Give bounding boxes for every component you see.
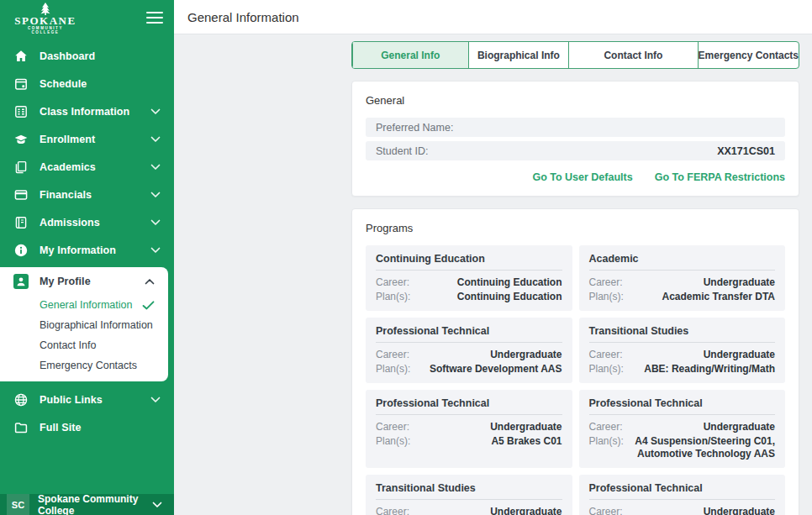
book-icon [13,215,29,230]
career-value: Continuing Education [457,276,562,289]
plan-label: Plan(s): [589,291,624,303]
profile-tabs: General InfoBiographical InfoContact Inf… [351,41,799,69]
program-tile: Transitional Studies Career: Undergradua… [579,318,786,383]
sidebar-item-class-information[interactable]: Class Information [0,97,174,125]
school-logo[interactable]: SPOKANE COMMUNITY COLLEGE [10,3,81,34]
program-tile: Continuing Education Career: Continuing … [366,245,572,311]
career-label: Career: [589,506,623,515]
my-profile-label: My Profile [40,276,134,287]
sidebar-item-schedule[interactable]: Schedule [0,70,174,97]
sidebar-item-admissions[interactable]: Admissions [0,208,174,236]
main-area: General Information General InfoBiograph… [174,0,812,515]
general-card-title: General [366,94,785,107]
plan-label: Plan(s): [376,435,410,448]
class-icon [13,104,29,119]
plan-value: Software Development AAS [430,363,562,376]
general-card: General Preferred Name: Student ID: XX17… [351,81,799,197]
content-area: General InfoBiographical InfoContact Inf… [174,34,812,515]
sidebar-item-full-site[interactable]: Full Site [0,413,174,441]
ferpa-restrictions-link[interactable]: Go To FERPA Restrictions [655,171,785,183]
institution-name: Spokane Community College [38,493,152,515]
tab-contact-info[interactable]: Contact Info [568,42,697,68]
sidebar-item-my-profile[interactable]: My Profile [0,267,168,295]
plan-value: ABE: Reading/Writing/Math [644,363,775,376]
folder-icon [13,420,29,435]
career-value: Undergraduate [704,421,775,434]
program-tile: Transitional Studies Career: Undergradua… [366,475,572,515]
calendar-icon [13,76,29,92]
sidebar-item-financials[interactable]: Financials [0,181,174,208]
program-tile: Professional Technical Career: Undergrad… [579,475,786,515]
career-value: Undergraduate [704,349,775,361]
tab-emergency-contacts[interactable]: Emergency Contacts [698,42,799,68]
pages-icon [13,160,29,175]
program-tile: Academic Career: Undergraduate Plan(s): … [579,245,786,311]
profile-submenu-item-biographical-information[interactable]: Biographical Information [0,315,168,335]
tab-general-info[interactable]: General Info [352,42,468,68]
chevron-down-icon [150,397,161,403]
sidebar-item-my-information[interactable]: My Information [0,236,174,264]
career-label: Career: [376,421,409,434]
career-value: Undergraduate [490,349,562,361]
programs-card-title: Programs [366,222,785,234]
user-defaults-link[interactable]: Go To User Defaults [532,171,632,183]
profile-icon [13,274,29,289]
program-tile: Professional Technical Career: Undergrad… [366,390,572,468]
field-row: Preferred Name: [366,118,785,137]
sidebar-item-dashboard[interactable]: Dashboard [0,42,174,70]
career-value: Undergraduate [704,506,775,515]
sidebar-nav: Dashboard Schedule Class Information Enr… [0,42,174,264]
programs-grid: Continuing Education Career: Continuing … [366,245,785,515]
plan-label: Plan(s): [589,363,624,376]
check-icon [142,301,155,310]
career-value: Undergraduate [490,421,562,434]
chevron-down-icon [150,219,161,226]
brand-name: SPOKANE [10,15,81,26]
chevron-down-icon [150,108,161,115]
hamburger-menu-icon[interactable] [146,8,163,27]
career-value: Undergraduate [704,276,775,289]
plan-label: Plan(s): [376,291,410,303]
globe-icon [13,392,29,407]
sidebar-header: SPOKANE COMMUNITY COLLEGE [0,0,174,42]
plan-value: A4 Suspension/Steering C01, Automotive T… [634,435,775,460]
institution-switcher[interactable]: SC Spokane Community College [0,494,174,515]
program-tile: Professional Technical Career: Undergrad… [366,318,572,383]
pine-tree-icon [39,3,52,15]
plan-label: Plan(s): [589,435,624,460]
career-value: Undergraduate [490,506,562,515]
home-icon [13,49,29,64]
tab-biographical-info[interactable]: Biographical Info [468,42,569,68]
profile-submenu-item-general-information[interactable]: General Information [0,295,168,315]
plan-value: Academic Transfer DTA [662,291,776,303]
career-label: Career: [376,276,409,289]
career-label: Career: [589,349,623,361]
plan-value: Continuing Education [457,291,562,303]
career-label: Career: [589,276,623,289]
career-label: Career: [376,506,409,515]
chevron-up-icon [145,278,155,285]
sidebar-item-public-links[interactable]: Public Links [0,386,174,413]
profile-submenu-item-emergency-contacts[interactable]: Emergency Contacts [0,355,168,376]
sidebar: SPOKANE COMMUNITY COLLEGE Dashboard Sche… [0,0,174,515]
programs-card: Programs Continuing Education Career: Co… [351,208,799,515]
grad-cap-icon [13,132,29,147]
field-row: Student ID: XX171CS01 [366,141,785,160]
career-label: Career: [589,421,623,434]
sidebar-nav-lower: Public Links Full Site [0,386,174,441]
general-links: Go To User Defaults Go To FERPA Restrict… [366,171,785,183]
career-label: Career: [376,349,409,361]
chevron-down-icon [150,247,161,254]
top-bar: General Information [174,0,812,34]
chevron-down-icon [150,136,161,143]
info-icon [13,243,29,258]
chevron-down-icon [150,192,161,198]
profile-submenu-item-contact-info[interactable]: Contact Info [0,335,168,355]
chevron-down-icon [152,502,162,508]
sidebar-item-enrollment[interactable]: Enrollment [0,125,174,153]
general-fields: Preferred Name: Student ID: XX171CS01 [366,118,785,160]
brand-sub2: COLLEGE [10,30,81,34]
plan-value: A5 Brakes C01 [491,435,562,448]
institution-avatar: SC [7,494,29,515]
sidebar-item-academics[interactable]: Academics [0,153,174,181]
